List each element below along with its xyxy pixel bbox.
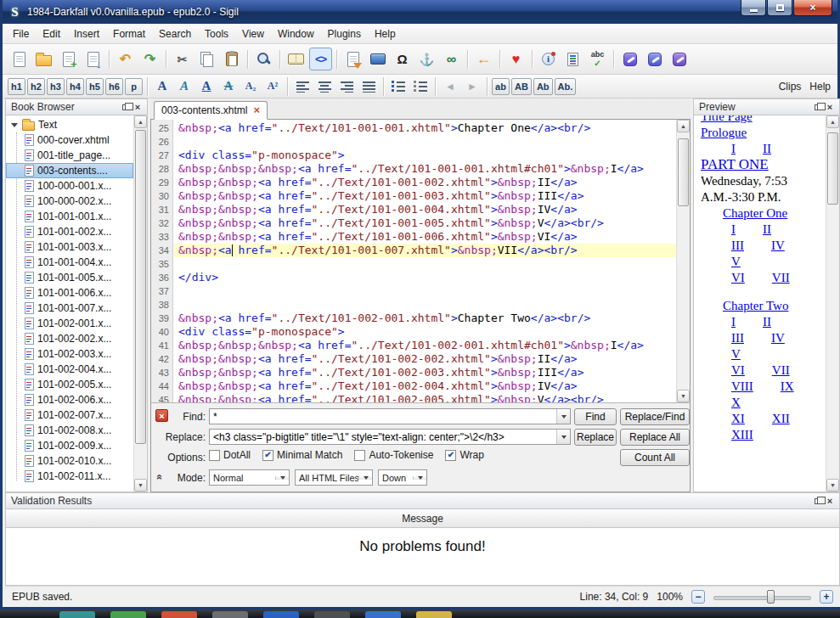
count-all-button[interactable]: Count All [620, 449, 690, 466]
preview-link[interactable]: I [731, 315, 736, 329]
cut-button[interactable]: ✂ [171, 48, 194, 70]
numbered-list-button[interactable] [410, 77, 431, 96]
align-center-button[interactable] [314, 77, 335, 96]
checkbox-minimal-match[interactable]: ✔Minimal Match [262, 449, 342, 461]
taskbar-icon[interactable] [59, 611, 95, 618]
scroll-up-icon[interactable]: ▲ [677, 120, 690, 132]
donate-button[interactable]: ♥ [505, 48, 527, 70]
file-item[interactable]: 101-002-010.x... [6, 453, 133, 469]
code-line-25[interactable]: &nbsp;<a href="../Text/101-001-001.xhtml… [174, 121, 676, 135]
preview-link[interactable]: XI [731, 412, 745, 425]
copy-button[interactable] [195, 48, 218, 70]
menu-file[interactable]: File [6, 25, 36, 42]
scroll-down-icon[interactable]: ▼ [826, 479, 839, 492]
preview-link[interactable]: II [763, 315, 771, 329]
float-panel-button[interactable] [120, 101, 132, 113]
checkbox-auto-tokenise[interactable]: Auto-Tokenise [354, 449, 433, 461]
previous-resource-button[interactable]: ◄ [440, 77, 460, 96]
insert-link-button[interactable]: ∞ [440, 48, 463, 70]
code-line-31[interactable]: &nbsp;&nbsp;<a href="../Text/101-001-004… [174, 203, 676, 216]
next-resource-button[interactable]: ► [462, 77, 482, 96]
code-line-44[interactable]: &nbsp;&nbsp;<a href="../Text/101-002-004… [174, 379, 676, 393]
file-item[interactable]: 101-002-001.x... [6, 316, 133, 331]
scrollbar-thumb[interactable] [827, 132, 838, 205]
insert-image-button[interactable] [366, 48, 389, 70]
underline-button[interactable]: A [196, 77, 217, 96]
preview-link[interactable]: V [731, 347, 741, 361]
close-panel-button[interactable]: × [824, 101, 836, 113]
split-at-cursor-button[interactable] [341, 48, 364, 70]
align-justify-button[interactable] [358, 77, 379, 96]
file-item[interactable]: 100-000-001.x... [6, 178, 133, 194]
back-link-button[interactable]: ← [472, 48, 495, 70]
preview-link[interactable]: III [731, 239, 744, 252]
scrollbar-thumb[interactable] [678, 138, 689, 206]
mode-combo-1[interactable]: All HTML Files [295, 469, 373, 486]
menu-insert[interactable]: Insert [67, 25, 106, 42]
float-panel-button[interactable] [812, 495, 824, 507]
heading-1-button[interactable]: h1 [8, 78, 25, 95]
add-to-dictionary-button[interactable] [643, 48, 666, 70]
dropdown-arrow-icon[interactable] [556, 409, 570, 424]
scroll-up-icon[interactable]: ▲ [826, 115, 839, 128]
scroll-down-icon[interactable]: ▼ [134, 479, 147, 492]
heading-6-button[interactable]: h6 [105, 78, 123, 95]
zoom-in-button[interactable]: + [820, 590, 833, 604]
preview-link[interactable]: XII [772, 412, 790, 425]
file-item[interactable]: 101-002-006.x... [6, 392, 133, 407]
preview-link[interactable]: I [731, 222, 736, 236]
replace-button[interactable]: Replace [574, 429, 617, 446]
spellcheck-next-button[interactable] [618, 48, 641, 70]
file-item[interactable]: 101-002-008.x... [6, 423, 133, 438]
align-left-button[interactable] [292, 77, 313, 96]
code-line-30[interactable]: &nbsp;&nbsp;<a href="../Text/101-001-003… [174, 189, 676, 203]
find-input[interactable] [210, 409, 556, 424]
special-character-button[interactable]: Ω [391, 48, 414, 70]
heading-5-button[interactable]: h5 [86, 78, 104, 95]
zoom-slider-handle[interactable] [767, 590, 775, 604]
ignore-word-button[interactable] [668, 48, 691, 70]
code-line-40[interactable]: <div class="p-monospace"> [174, 325, 676, 339]
code-line-29[interactable]: &nbsp;&nbsp;<a href="../Text/101-001-002… [174, 176, 676, 189]
bullet-list-button[interactable] [388, 77, 409, 96]
open-file-button[interactable] [32, 48, 55, 70]
menu-format[interactable]: Format [106, 25, 152, 42]
code-line-27[interactable]: <div class="p-monospace"> [174, 149, 676, 162]
float-panel-button[interactable] [812, 101, 824, 113]
close-button[interactable]: × [793, 0, 832, 16]
file-item[interactable]: 101-001-006.x... [6, 285, 133, 301]
scrollbar-thumb[interactable] [135, 130, 146, 444]
code-area[interactable]: &nbsp;<a href="../Text/101-001-001.xhtml… [174, 120, 676, 402]
mode-combo-0[interactable]: Normal [209, 469, 290, 486]
text-folder-row[interactable]: Text [6, 117, 147, 132]
preview-link[interactable]: V [731, 255, 741, 268]
preview-link[interactable]: VI [731, 363, 745, 377]
book-view-button[interactable] [285, 48, 307, 70]
file-item[interactable]: 101-002-007.x... [6, 407, 133, 423]
titlecase-button[interactable]: Ab [533, 78, 553, 95]
find-replace-button[interactable] [252, 48, 275, 70]
preview-link[interactable]: II [763, 222, 771, 236]
file-item[interactable]: 101-001-001.x... [6, 209, 133, 224]
replace-input[interactable] [210, 430, 556, 444]
subscript-button[interactable]: A₂ [240, 77, 261, 96]
new-file-button[interactable] [8, 48, 31, 70]
preview-link[interactable]: Title Page [701, 115, 753, 123]
clips-button[interactable]: Clips [779, 81, 802, 93]
bold-button[interactable]: A [152, 77, 172, 96]
book-browser-scrollbar[interactable]: ▲ ▼ [133, 115, 147, 492]
preview-scrollbar[interactable]: ▲ ▼ [826, 115, 839, 492]
lowercase-button[interactable]: ab [492, 78, 510, 95]
paragraph-button[interactable]: p [125, 78, 143, 95]
preview-link[interactable]: Chapter Two [723, 299, 788, 312]
capitalize-button[interactable]: Ab. [555, 78, 577, 95]
titlebar[interactable]: S 1984-Darkfall v0.0vanilla.epub - epub2… [3, 0, 837, 24]
checkbox-icon[interactable]: ✔ [262, 450, 273, 461]
code-line-32[interactable]: &nbsp;&nbsp;<a href="../Text/101-001-005… [174, 216, 676, 230]
file-item[interactable]: 101-002-004.x... [6, 362, 133, 377]
mode-combo-2[interactable]: Down [378, 469, 427, 486]
close-panel-button[interactable]: × [824, 495, 836, 507]
spellcheck-button[interactable]: abc✓ [586, 48, 609, 70]
code-line-35[interactable] [174, 257, 676, 271]
code-line-33[interactable]: &nbsp;&nbsp;<a href="../Text/101-001-006… [174, 230, 676, 244]
